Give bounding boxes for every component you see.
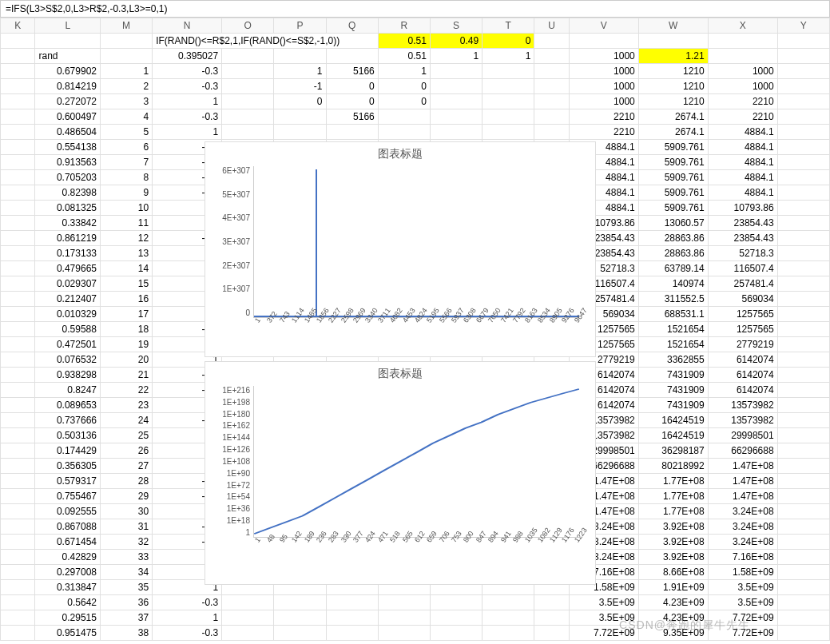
cell[interactable]: 16424519 (638, 428, 708, 443)
cell[interactable] (777, 610, 829, 626)
cell[interactable] (777, 474, 829, 489)
cell[interactable]: 2210 (708, 109, 777, 125)
cell[interactable] (777, 170, 829, 185)
cell[interactable] (378, 125, 430, 140)
cell[interactable]: 10 (100, 201, 152, 216)
cell[interactable]: 4884.1 (708, 155, 777, 170)
cell[interactable]: 80218992 (638, 459, 708, 474)
cell[interactable] (1, 474, 35, 489)
cell[interactable]: 2210 (708, 94, 777, 109)
cell[interactable] (777, 383, 829, 398)
cell[interactable] (1, 109, 35, 125)
cell[interactable] (777, 368, 829, 383)
cell[interactable]: 0.679902 (35, 64, 101, 79)
cell[interactable] (1, 125, 35, 140)
cell[interactable] (534, 109, 569, 125)
cell[interactable]: 1521654 (638, 322, 708, 337)
cell[interactable]: 0.297008 (35, 565, 101, 580)
cell[interactable] (326, 49, 378, 64)
cell[interactable]: 1000 (708, 64, 777, 79)
cell[interactable] (222, 626, 274, 641)
cell[interactable] (534, 49, 569, 64)
cell[interactable]: 0.51 (378, 34, 430, 49)
cell[interactable]: 19 (100, 337, 152, 352)
cell[interactable]: 0.951475 (35, 626, 101, 641)
cell[interactable]: 3.5E+09 (569, 595, 638, 610)
cell[interactable] (326, 610, 378, 626)
cell[interactable] (777, 352, 829, 368)
cell[interactable] (777, 292, 829, 307)
cell[interactable] (222, 109, 274, 125)
cell[interactable]: 35 (100, 580, 152, 595)
cell[interactable] (430, 79, 482, 94)
cell[interactable]: 63789.14 (638, 261, 708, 276)
col-header-S[interactable]: S (430, 18, 482, 34)
cell[interactable]: 11 (100, 216, 152, 231)
cell[interactable]: 2779219 (708, 337, 777, 352)
cell[interactable] (534, 125, 569, 140)
cell[interactable] (222, 49, 274, 64)
cell[interactable]: 38 (100, 626, 152, 641)
cell[interactable] (1, 459, 35, 474)
cell[interactable]: 0.503136 (35, 428, 101, 443)
cell[interactable]: 0.600497 (35, 109, 101, 125)
table-row[interactable]: 0.95147538-0.37.72E+099.35E+097.72E+09 (1, 626, 830, 641)
cell[interactable]: 5 (100, 125, 152, 140)
table-row[interactable]: 0.6004974-0.3516622102674.12210 (1, 109, 830, 125)
cell[interactable]: 5909.761 (638, 201, 708, 216)
cell[interactable] (1, 565, 35, 580)
cell[interactable]: 4884.1 (708, 140, 777, 155)
cell[interactable] (534, 595, 569, 610)
cell[interactable] (274, 626, 326, 641)
cell[interactable]: 7.72E+09 (569, 626, 638, 641)
cell[interactable] (483, 595, 534, 610)
cell[interactable]: 0.472501 (35, 337, 101, 352)
cell[interactable] (777, 94, 829, 109)
chart-linear[interactable]: 图表标题 6E+3075E+3074E+3073E+3072E+3071E+30… (205, 141, 596, 357)
cell[interactable]: 1210 (638, 94, 708, 109)
cell[interactable] (1, 231, 35, 246)
cell[interactable] (777, 125, 829, 140)
cell[interactable] (777, 307, 829, 322)
table-row[interactable]: 0.564236-0.33.5E+094.23E+093.5E+09 (1, 595, 830, 610)
cell[interactable]: 1210 (638, 64, 708, 79)
cell[interactable] (534, 64, 569, 79)
cell[interactable] (1, 413, 35, 428)
cell[interactable] (777, 626, 829, 641)
cell[interactable] (534, 94, 569, 109)
cell[interactable]: 0.356305 (35, 459, 101, 474)
cell[interactable] (1, 443, 35, 459)
cell[interactable]: 52718.3 (708, 246, 777, 261)
cell[interactable]: 28863.86 (638, 231, 708, 246)
cell[interactable] (378, 109, 430, 125)
cell[interactable] (100, 49, 152, 64)
cell[interactable]: 21 (100, 368, 152, 383)
cell[interactable] (1, 292, 35, 307)
cell[interactable]: 17 (100, 307, 152, 322)
col-header-O[interactable]: O (222, 18, 274, 34)
cell[interactable]: 36 (100, 595, 152, 610)
cell[interactable] (777, 261, 829, 276)
cell[interactable]: 3.24E+08 (708, 519, 777, 535)
cell[interactable]: 3.5E+09 (708, 595, 777, 610)
col-header-M[interactable]: M (100, 18, 152, 34)
cell[interactable]: 3 (100, 94, 152, 109)
cell[interactable]: 0.82398 (35, 185, 101, 201)
cell[interactable] (378, 626, 430, 641)
cell[interactable]: 1.47E+08 (708, 474, 777, 489)
cell[interactable]: 3.5E+09 (569, 610, 638, 626)
col-header-Y[interactable]: Y (777, 18, 829, 34)
cell[interactable]: 33 (100, 550, 152, 565)
cell[interactable] (777, 246, 829, 261)
cell[interactable]: 3.24E+08 (708, 535, 777, 550)
cell[interactable]: 1.47E+08 (708, 459, 777, 474)
cell[interactable]: 1210 (638, 79, 708, 94)
cell[interactable]: 28 (100, 474, 152, 489)
cell[interactable] (708, 49, 777, 64)
cell[interactable]: 30 (100, 504, 152, 519)
cell[interactable] (777, 504, 829, 519)
cell[interactable]: 14 (100, 261, 152, 276)
cell[interactable] (1, 428, 35, 443)
cell[interactable] (1, 398, 35, 413)
cell[interactable] (777, 201, 829, 216)
